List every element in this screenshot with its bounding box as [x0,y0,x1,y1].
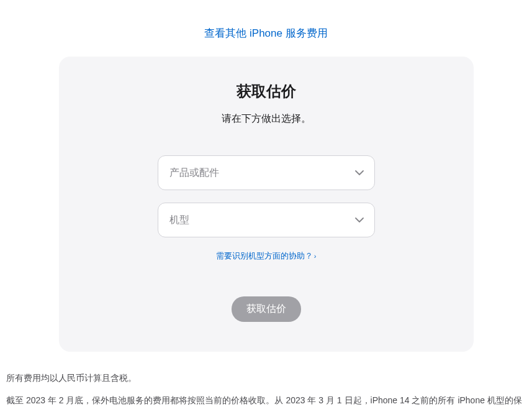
identify-model-help-link[interactable]: 需要识别机型方面的协助？› [216,251,317,260]
footnote-line-1: 所有费用均以人民币计算且含税。 [6,368,526,388]
chevron-right-icon: › [314,252,317,260]
get-estimate-button[interactable]: 获取估价 [232,296,301,322]
estimate-card: 获取估价 请在下方做出选择。 产品或配件 机型 需要识别机型方面的协助？› 获取… [59,57,474,352]
footnotes: 所有费用均以人民币计算且含税。 截至 2023 年 2 月底，保外电池服务的费用… [0,352,532,412]
model-select-placeholder: 机型 [169,214,189,227]
product-select-placeholder: 产品或配件 [169,167,219,180]
card-subtitle: 请在下方做出选择。 [84,112,449,126]
other-service-fees-link[interactable]: 查看其他 iPhone 服务费用 [204,27,327,39]
product-select[interactable]: 产品或配件 [158,155,375,190]
card-title: 获取估价 [84,81,449,101]
model-select[interactable]: 机型 [158,203,375,237]
footnote-line-2: 截至 2023 年 2 月底，保外电池服务的费用都将按照当前的价格收取。从 20… [6,390,526,412]
